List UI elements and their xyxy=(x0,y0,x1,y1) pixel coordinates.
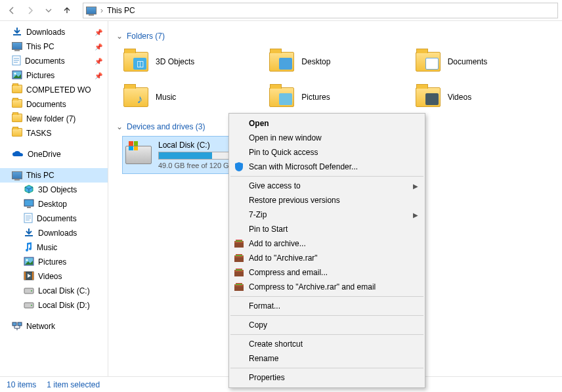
context-menu-item[interactable]: Pin to Start xyxy=(229,222,425,236)
context-menu-label: Add to "Archive.rar" xyxy=(249,253,318,263)
pictures-icon xyxy=(24,257,34,268)
sidebar-thispc-child[interactable]: Music xyxy=(0,240,108,255)
thispc-icon xyxy=(12,171,22,179)
folder-icon xyxy=(12,85,22,95)
context-menu-item[interactable]: Open xyxy=(229,116,425,131)
sidebar-onedrive[interactable]: OneDrive xyxy=(0,147,108,162)
svg-rect-4 xyxy=(24,200,33,206)
sidebar-quick-item[interactable]: Documents📌 xyxy=(0,54,108,68)
hdd-icon xyxy=(24,286,34,296)
sidebar-item-label: Local Disk (C:) xyxy=(38,286,90,295)
sidebar-quick-item[interactable]: New folder (7) xyxy=(0,112,108,126)
svg-point-14 xyxy=(31,290,32,292)
folder-item[interactable]: Desktop xyxy=(269,46,408,77)
context-menu-separator xyxy=(230,296,423,297)
context-menu-item[interactable]: Add to "Archive.rar" xyxy=(229,251,425,265)
folder-item[interactable]: ♪Music xyxy=(123,81,262,113)
status-item-count: 10 items xyxy=(7,380,36,389)
sidebar-item-label: 3D Objects xyxy=(38,185,77,194)
sidebar-network[interactable]: Network xyxy=(0,319,108,334)
sidebar-quick-item[interactable]: This PC📌 xyxy=(0,39,108,54)
context-menu-item[interactable]: Compress and email... xyxy=(229,265,425,280)
sidebar-item-label: Pictures xyxy=(38,257,66,267)
sidebar-thispc-child[interactable]: Local Disk (D:) xyxy=(0,298,108,313)
back-button[interactable] xyxy=(4,3,20,18)
sidebar-thispc[interactable]: This PC xyxy=(0,168,108,183)
chevron-right-icon: ▶ xyxy=(413,211,418,219)
folder-label: 3D Objects xyxy=(156,57,194,66)
address-bar[interactable]: › This PC xyxy=(83,3,558,18)
svg-rect-12 xyxy=(32,272,33,280)
documents-icon xyxy=(24,213,33,225)
context-menu-item[interactable]: Scan with Microsoft Defender... xyxy=(229,160,425,174)
sidebar-quick-item[interactable]: COMPLETED WO xyxy=(0,83,108,97)
breadcrumb-separator-icon: › xyxy=(100,6,103,15)
svg-rect-11 xyxy=(24,272,26,280)
chevron-down-icon: ⌄ xyxy=(116,32,123,41)
folder-item[interactable]: Videos xyxy=(415,81,554,113)
section-title: Folders (7) xyxy=(127,32,165,41)
desktop-folder-icon xyxy=(269,50,295,74)
context-menu-item[interactable]: Give access to▶ xyxy=(229,179,425,193)
pin-icon: 📌 xyxy=(95,72,102,79)
sidebar-quick-item[interactable]: Pictures📌 xyxy=(0,68,108,83)
folder-item[interactable]: Pictures xyxy=(269,81,408,113)
sidebar-item-label: New folder (7) xyxy=(26,114,76,123)
context-menu-separator xyxy=(230,315,423,316)
context-menu-separator xyxy=(230,368,423,368)
context-menu-item[interactable]: 7-Zip▶ xyxy=(229,207,425,222)
sidebar-item-label: OneDrive xyxy=(28,150,61,159)
context-menu-item[interactable]: Pin to Quick access xyxy=(229,145,425,160)
svg-rect-34 xyxy=(236,283,242,284)
context-menu-item[interactable]: Create shortcut xyxy=(229,337,425,351)
thispc-icon xyxy=(86,7,97,14)
sidebar-thispc-child[interactable]: Desktop xyxy=(0,197,108,211)
context-menu-label: Format... xyxy=(249,301,280,311)
section-header-folders[interactable]: ⌄ Folders (7) xyxy=(116,32,554,41)
sidebar-item-label: Downloads xyxy=(26,28,65,37)
sidebar-thispc-child[interactable]: Local Disk (C:) xyxy=(0,284,108,298)
breadcrumb-location[interactable]: This PC xyxy=(107,6,135,15)
sidebar-thispc-child[interactable]: Documents xyxy=(0,211,108,226)
context-menu-item[interactable]: Compress to "Archive.rar" and email xyxy=(229,280,425,294)
pin-icon: 📌 xyxy=(95,58,102,65)
recent-dropdown[interactable] xyxy=(41,3,56,18)
sidebar-thispc-child[interactable]: Videos xyxy=(0,269,108,284)
context-menu: OpenOpen in new windowPin to Quick acces… xyxy=(228,113,425,388)
context-menu-item[interactable]: Restore previous versions xyxy=(229,193,425,207)
sidebar-item-label: Pictures xyxy=(26,71,54,80)
folder-icon xyxy=(12,114,22,124)
context-menu-item[interactable]: Properties xyxy=(229,370,425,385)
context-menu-item[interactable]: Copy xyxy=(229,318,425,332)
sidebar-quick-item[interactable]: Downloads📌 xyxy=(0,25,108,39)
documents-icon xyxy=(12,55,21,68)
context-menu-item[interactable]: Add to archive... xyxy=(229,236,425,251)
folder-label: Videos xyxy=(448,93,471,102)
winrar-icon xyxy=(233,238,245,250)
folder-item[interactable]: ◫3D Objects xyxy=(123,46,262,77)
context-menu-item[interactable]: Format... xyxy=(229,299,425,313)
3d-icon xyxy=(24,184,34,196)
sidebar-thispc-child[interactable]: 3D Objects xyxy=(0,183,108,197)
videos-folder-icon xyxy=(415,85,441,109)
context-menu-item[interactable]: Rename xyxy=(229,351,425,366)
sidebar-quick-item[interactable]: Documents xyxy=(0,97,108,112)
documents-folder-icon xyxy=(415,50,441,74)
sidebar-thispc-child[interactable]: Downloads xyxy=(0,226,108,240)
folder-item[interactable]: Documents xyxy=(415,46,554,77)
context-menu-item[interactable]: Open in new window xyxy=(229,131,425,145)
sidebar-quick-item[interactable]: TASKS xyxy=(0,126,108,141)
winrar-icon xyxy=(233,252,245,264)
folder-label: Desktop xyxy=(301,57,330,66)
sidebar-item-label: Documents xyxy=(25,56,65,66)
sidebar-thispc-child[interactable]: Pictures xyxy=(0,255,108,269)
forward-button[interactable] xyxy=(22,3,38,18)
pictures-folder-icon xyxy=(269,85,295,109)
sidebar-item-label: This PC xyxy=(26,42,54,51)
sidebar-item-label: Music xyxy=(37,243,57,252)
context-menu-label: 7-Zip xyxy=(249,210,267,219)
downloads-icon xyxy=(24,228,34,239)
context-menu-label: Restore previous versions xyxy=(249,196,340,205)
up-button[interactable] xyxy=(59,3,75,18)
svg-point-16 xyxy=(31,305,32,306)
